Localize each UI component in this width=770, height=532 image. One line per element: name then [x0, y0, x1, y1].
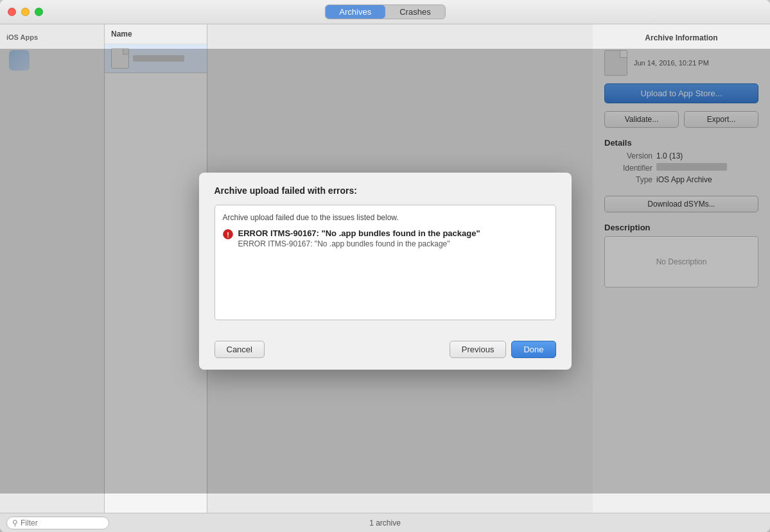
tab-crashes[interactable]: Crashes	[385, 5, 444, 19]
right-panel-title: Archive Information	[604, 33, 758, 42]
error-main-text: ERROR ITMS-90167: "No .app bundles found…	[238, 228, 548, 238]
error-icon: !	[223, 229, 233, 242]
done-button[interactable]: Done	[511, 341, 556, 358]
error-sub-text: ERROR ITMS-90167: "No .app bundles found…	[238, 239, 548, 248]
previous-button[interactable]: Previous	[450, 341, 507, 358]
modal-error-intro: Archive upload failed due to the issues …	[223, 213, 548, 222]
filter-icon: ⚲	[12, 519, 18, 528]
error-row: ! ERROR ITMS-90167: "No .app bundles fou…	[223, 228, 548, 248]
modal-overlay: Archive upload failed with errors: Archi…	[0, 49, 770, 493]
cancel-button[interactable]: Cancel	[214, 341, 265, 358]
modal-body: Archive upload failed with errors: Archi…	[199, 173, 572, 341]
modal-error-box: Archive upload failed due to the issues …	[214, 205, 556, 320]
minimize-button[interactable]	[21, 8, 30, 16]
error-text-block: ERROR ITMS-90167: "No .app bundles found…	[238, 228, 548, 248]
archive-count: 1 archive	[369, 519, 401, 528]
archive-list-header: Name	[105, 24, 207, 44]
svg-text:!: !	[227, 231, 229, 239]
modal-dialog: Archive upload failed with errors: Archi…	[199, 173, 572, 370]
filter-input[interactable]	[21, 519, 103, 528]
close-button[interactable]	[8, 8, 16, 16]
sidebar-section-label: iOS Apps	[0, 31, 104, 46]
title-bar: Archives Crashes	[0, 0, 770, 24]
tab-archives[interactable]: Archives	[325, 5, 385, 19]
modal-btn-group: Previous Done	[450, 341, 556, 358]
modal-footer: Cancel Previous Done	[199, 341, 572, 370]
content-wrapper: iOS Apps Name Archive Information Jun 14…	[0, 24, 770, 513]
segmented-control: Archives Crashes	[324, 4, 445, 19]
tab-bar: Archives Crashes	[324, 4, 445, 19]
modal-title: Archive upload failed with errors:	[214, 185, 556, 196]
maximize-button[interactable]	[35, 8, 43, 16]
main-window: Archives Crashes iOS Apps Name Archive I…	[0, 0, 770, 532]
filter-field[interactable]: ⚲	[6, 517, 109, 529]
bottom-bar: ⚲ 1 archive	[0, 513, 770, 532]
traffic-lights	[8, 8, 43, 16]
